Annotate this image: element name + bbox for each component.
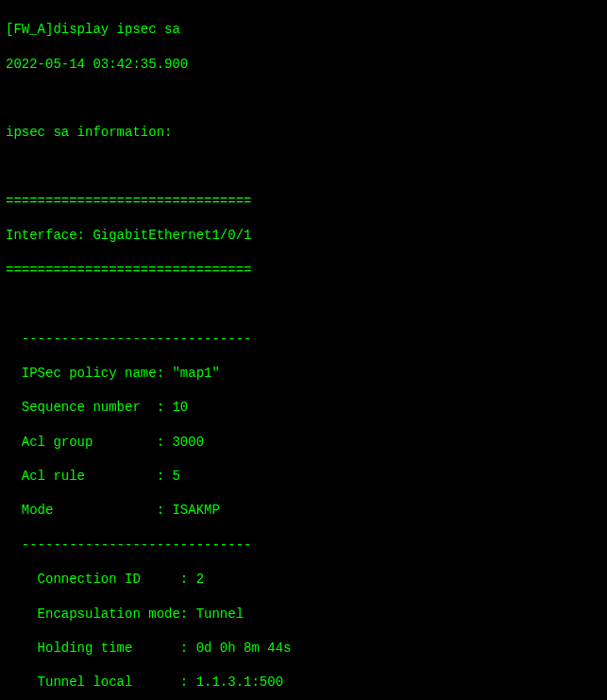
encap-mode-line: Encapsulation mode: Tunnel (6, 606, 601, 623)
blank-line (6, 90, 601, 107)
policy-name-line: IPSec policy name: "map1" (6, 365, 601, 382)
holding-time-line: Holding time : 0d 0h 8m 44s (6, 640, 601, 657)
connection-id-line: Connection ID : 2 (6, 571, 601, 588)
blank-line (6, 159, 601, 176)
mode-line: Mode : ISAKMP (6, 502, 601, 519)
separator-eq: =============================== (6, 193, 601, 210)
acl-group-line: Acl group : 3000 (6, 434, 601, 451)
separator-dash: ----------------------------- (6, 331, 601, 348)
timestamp-line: 2022-05-14 03:42:35.900 (6, 56, 601, 73)
separator-dash: ----------------------------- (6, 537, 601, 554)
terminal-output: [FW_A]display ipsec sa 2022-05-14 03:42:… (0, 0, 607, 700)
separator-eq: =============================== (6, 262, 601, 279)
interface-line: Interface: GigabitEthernet1/0/1 (6, 227, 601, 244)
prompt-line: [FW_A]display ipsec sa (6, 21, 601, 38)
sequence-number-line: Sequence number : 10 (6, 399, 601, 416)
acl-rule-line: Acl rule : 5 (6, 468, 601, 485)
blank-line (6, 296, 601, 313)
tunnel-local-line: Tunnel local : 1.1.3.1:500 (6, 674, 601, 691)
header-line: ipsec sa information: (6, 124, 601, 141)
